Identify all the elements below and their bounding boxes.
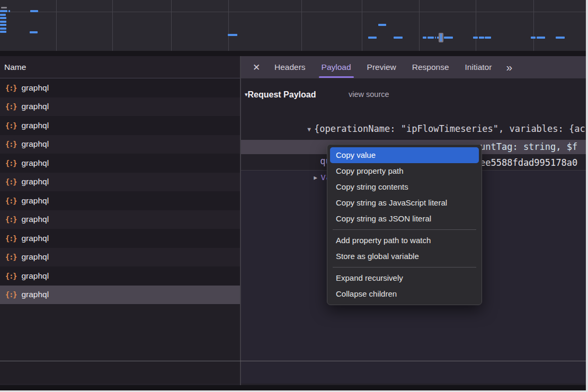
timeline-request-bar <box>427 37 434 39</box>
request-name: graphql <box>21 102 49 111</box>
timeline-request-bar <box>556 37 565 39</box>
timeline-request-bar <box>378 24 386 26</box>
timeline-request-bar <box>0 17 6 19</box>
tab-headers[interactable]: Headers <box>266 56 314 78</box>
request-list-panel: Name {:}graphql{:}graphql{:}graphql{:}gr… <box>0 56 240 384</box>
json-fetch-icon: {:} <box>5 177 16 186</box>
chevron-double-right-icon: » <box>506 61 511 74</box>
tab-response[interactable]: Response <box>404 56 457 78</box>
request-row[interactable]: {:}graphql <box>0 154 240 173</box>
timeline-request-bar <box>531 37 536 39</box>
request-name: graphql <box>21 121 49 130</box>
menu-item-copy-string-contents[interactable]: Copy string contents <box>327 179 482 195</box>
request-row[interactable]: {:}graphql <box>0 116 240 135</box>
overview-gridline <box>362 0 362 51</box>
request-row[interactable]: {:}graphql <box>0 135 240 154</box>
timeline-request-bar <box>435 37 436 39</box>
tab-label: Headers <box>274 63 306 72</box>
json-fetch-icon: {:} <box>5 290 16 299</box>
request-row[interactable]: {:}graphql <box>0 248 240 267</box>
timeline-request-bar <box>394 37 403 39</box>
json-fetch-icon: {:} <box>5 253 16 261</box>
json-fetch-icon: {:} <box>5 197 16 205</box>
selected-request-marker-bar <box>440 34 442 41</box>
section-title: Request Payload <box>248 90 316 99</box>
context-menu: Copy valueCopy property pathCopy string … <box>327 144 482 305</box>
menu-item-add-property-path-to-watch[interactable]: Add property path to watch <box>327 233 482 248</box>
json-fetch-icon: {:} <box>5 234 16 243</box>
close-icon: ✕ <box>253 62 260 73</box>
overview-divider-strip <box>0 51 586 56</box>
request-name: graphql <box>21 158 49 168</box>
timeline-request-bar <box>0 28 6 30</box>
menu-item-copy-string-as-json-literal[interactable]: Copy string as JSON literal <box>327 211 482 227</box>
request-row[interactable]: {:}graphql <box>0 191 240 210</box>
menu-item-copy-property-path[interactable]: Copy property path <box>327 163 482 179</box>
panel-divider[interactable] <box>240 56 241 385</box>
tab-label: Initiator <box>465 63 492 72</box>
request-row[interactable]: {:}graphql <box>0 78 240 97</box>
detail-tabbar: ✕ HeadersPayloadPreviewResponseInitiator… <box>241 56 586 78</box>
overview-gridline <box>301 0 302 51</box>
tab-initiator[interactable]: Initiator <box>457 56 500 78</box>
json-fetch-icon: {:} <box>5 84 16 92</box>
more-tabs-button[interactable]: » <box>501 56 516 78</box>
timeline-mini-bar <box>1 7 7 8</box>
selected-request-marker <box>439 33 443 42</box>
request-payload-header[interactable]: ▾Request Payload <box>245 88 316 101</box>
timeline-request-bar <box>30 10 38 12</box>
timeline-request-bar <box>537 37 545 39</box>
collapsed-triangle-icon[interactable]: ▶ <box>314 171 317 185</box>
menu-item-copy-string-as-javascript-literal[interactable]: Copy string as JavaScript literal <box>327 195 482 211</box>
request-row[interactable]: {:}graphql <box>0 97 240 117</box>
json-fetch-icon: {:} <box>5 159 16 167</box>
json-fetch-icon: {:} <box>5 102 16 111</box>
timeline-request-bar <box>0 31 6 33</box>
menu-item-expand-recursively[interactable]: Expand recursively <box>327 270 482 286</box>
overview-baseline <box>0 12 586 12</box>
request-row[interactable]: {:}graphql <box>0 229 240 248</box>
request-name: graphql <box>21 139 49 149</box>
close-detail-button[interactable]: ✕ <box>246 56 266 78</box>
menu-item-copy-value[interactable]: Copy value <box>330 147 479 163</box>
overview-gridline <box>112 0 113 51</box>
timeline-request-bar <box>0 14 6 16</box>
json-fetch-icon: {:} <box>5 215 16 224</box>
overview-gridline <box>56 0 57 51</box>
json-fetch-icon: {:} <box>5 140 16 148</box>
request-row[interactable]: {:}graphql <box>0 210 240 229</box>
overview-gridline <box>171 0 172 51</box>
tab-label: Payload <box>322 63 351 72</box>
devtools-screenshot: Name {:}graphql{:}graphql{:}graphql{:}gr… <box>0 0 588 392</box>
query-value-fragment: untTag: string, $f <box>480 140 577 154</box>
timeline-request-bar <box>473 37 478 39</box>
request-row[interactable]: {:}graphql <box>0 286 240 305</box>
menu-item-store-as-global-variable[interactable]: Store as global variable <box>327 248 482 264</box>
tab-preview[interactable]: Preview <box>359 56 404 78</box>
json-fetch-icon: {:} <box>5 121 16 130</box>
devtools-bottom-edge <box>0 385 586 390</box>
payload-operationname-row[interactable]: operationName: "ipFlowTimeseries" <box>266 123 465 138</box>
network-overview-timeline[interactable] <box>0 0 586 51</box>
menu-item-collapse-children[interactable]: Collapse children <box>327 286 482 302</box>
timeline-request-bar <box>0 10 7 12</box>
request-name: graphql <box>21 196 49 206</box>
payload-root-row[interactable]: ▼{operationName: "ipFlowTimeseries", var… <box>253 108 586 122</box>
tab-payload[interactable]: Payload <box>314 56 359 78</box>
tab-label: Response <box>412 63 449 72</box>
overview-gridline <box>419 0 420 51</box>
overview-gridline <box>228 0 229 51</box>
timeline-request-bar <box>8 10 10 12</box>
timeline-request-bar <box>0 24 6 26</box>
request-row[interactable]: {:}graphql <box>0 266 240 286</box>
request-row[interactable]: {:}graphql <box>0 173 240 192</box>
active-tab-underline <box>319 76 354 78</box>
timeline-request-bar <box>423 37 426 39</box>
request-name: graphql <box>21 290 49 299</box>
request-name: graphql <box>21 252 49 262</box>
name-column-header[interactable]: Name <box>0 56 240 78</box>
tab-label: Preview <box>367 63 396 72</box>
view-source-link[interactable]: view source <box>349 88 389 101</box>
timeline-request-bar <box>0 21 6 23</box>
variables-preview-fragment: ee5588fdad995178a0 <box>480 156 577 170</box>
